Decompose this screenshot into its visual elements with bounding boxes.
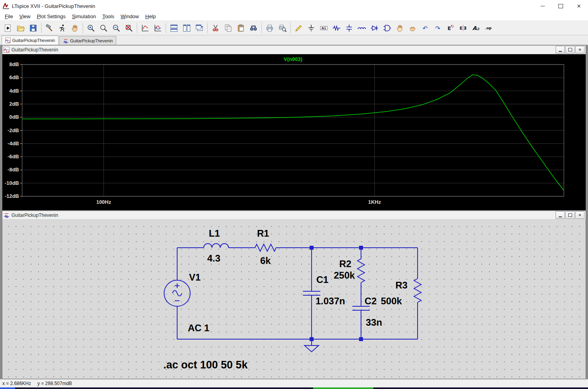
resistor-button[interactable] [330, 22, 343, 34]
node-junction [359, 246, 363, 250]
label-R3-ref[interactable]: R3 [395, 280, 408, 290]
label-R2-value[interactable]: 250k [334, 270, 355, 281]
mirror-button[interactable]: EE [457, 22, 469, 34]
close-button[interactable]: ✕ [570, 0, 588, 12]
label-V1-ref[interactable]: V1 [189, 272, 200, 283]
menu-window[interactable]: Window [117, 13, 142, 20]
tab-schematic[interactable]: GuitarPickupThevenin [59, 36, 116, 45]
label-L1-value[interactable]: 4.3 [207, 253, 220, 264]
tab-plot[interactable]: GuitarPickupThevenin [2, 36, 59, 45]
trace-V(n003)[interactable] [22, 75, 564, 190]
minimize-icon [559, 51, 562, 52]
open-button[interactable] [14, 22, 27, 34]
print-preview-icon [278, 24, 287, 32]
menu-plot-settings[interactable]: Plot Settings [34, 13, 69, 20]
schematic-pane-maximize-button[interactable] [565, 211, 575, 219]
plot-settings-button[interactable] [139, 22, 151, 34]
plot-pane-close-button[interactable]: ✕ [575, 46, 584, 53]
label-C1-value[interactable]: 1.037n [316, 296, 345, 306]
inductor-button[interactable] [355, 22, 368, 34]
label-net-button[interactable]: A1 [318, 22, 330, 34]
svg-text:↶: ↶ [422, 25, 427, 32]
text-button[interactable]: Aa [469, 22, 482, 34]
mirror-icon: EE [459, 24, 467, 32]
cascade-button[interactable] [193, 22, 206, 34]
wire-icon [294, 24, 303, 32]
find-button[interactable] [247, 22, 260, 34]
tile-vertical-button[interactable] [180, 22, 193, 34]
capacitor-C1-symbol[interactable] [303, 248, 320, 339]
ltspice-window: LTspice XVII - GuitarPickupThevenin ✕ Fi… [0, 0, 588, 389]
spice-directive-button[interactable]: .op [482, 22, 495, 34]
label-V1-value[interactable]: AC 1 [188, 323, 210, 333]
zoom-full-extents-button[interactable] [123, 22, 135, 34]
resistor-R2-symbol[interactable] [357, 248, 365, 283]
paste-icon [236, 24, 245, 32]
y-axis-tick-label: 2dB [9, 101, 19, 107]
print-button[interactable] [263, 22, 276, 34]
menu-help[interactable]: Help [142, 13, 159, 20]
resistor-R1-symbol[interactable] [255, 244, 276, 251]
plot-pane-minimize-button[interactable] [556, 46, 565, 53]
label-R1-value[interactable]: 6k [260, 256, 271, 266]
spice-directive-text[interactable]: .ac oct 100 50 5k [163, 359, 248, 371]
toolbar-separator [83, 23, 83, 33]
label-R3-value[interactable]: 500k [381, 296, 402, 306]
trace-label[interactable]: V(n003) [284, 56, 303, 62]
component-button[interactable] [381, 22, 393, 34]
resistor-R3-symbol[interactable] [414, 279, 421, 302]
schematic-pane-controls: ✕ [555, 211, 584, 219]
schematic-pane-minimize-button[interactable] [556, 211, 565, 219]
simulate-button[interactable] [56, 22, 68, 34]
tab-label: GuitarPickupThevenin [12, 38, 55, 43]
control-panel-button[interactable] [43, 22, 56, 34]
halt-button[interactable] [68, 22, 81, 34]
run-button[interactable] [2, 22, 14, 34]
menu-file[interactable]: File [2, 13, 16, 20]
label-L1-ref[interactable]: L1 [209, 228, 220, 239]
maximize-button[interactable] [552, 0, 570, 12]
drag-button[interactable] [406, 22, 419, 34]
label-R1-ref[interactable]: R1 [257, 228, 269, 239]
diode-button[interactable] [368, 22, 381, 34]
plot-area[interactable]: 8dB6dB4dB2dB0dB-2dB-4dB-6dB-8dB-10dB-12d… [2, 54, 586, 210]
print-preview-button[interactable] [276, 22, 289, 34]
plot-pane-controls: ✕ [555, 46, 584, 53]
label-R2-ref[interactable]: R2 [339, 259, 352, 269]
undo-button[interactable]: ↶ [419, 22, 431, 34]
tile-horizontal-button[interactable] [168, 22, 180, 34]
wire-button[interactable] [292, 22, 305, 34]
schematic-pane-titlebar: GuitarPickupThevenin ✕ [2, 211, 586, 220]
schematic-canvas[interactable]: V1 AC 1 L1 4.3 R1 6k C1 1.037n R2 250k C… [2, 220, 586, 379]
zoom-area-button[interactable] [85, 22, 97, 34]
plot-pane-maximize-button[interactable] [565, 46, 575, 53]
inductor-L1-symbol[interactable] [204, 244, 229, 248]
node-junction [359, 337, 363, 341]
cut-button[interactable] [209, 22, 222, 34]
zoom-out-button[interactable] [110, 22, 123, 34]
menu-simulation[interactable]: Simulation [69, 13, 99, 20]
save-icon [29, 24, 38, 32]
label-C2-ref[interactable]: C2 [365, 296, 377, 306]
visible-traces-button[interactable] [151, 22, 164, 34]
paste-button[interactable] [234, 22, 247, 34]
label-C1-ref[interactable]: C1 [316, 275, 329, 285]
ground-button[interactable] [305, 22, 318, 34]
copy-button[interactable] [222, 22, 234, 34]
taskbar-green-segment [313, 387, 373, 389]
save-button[interactable] [27, 22, 40, 34]
menu-view[interactable]: View [16, 13, 34, 20]
schematic-pane-close-button[interactable]: ✕ [575, 211, 584, 219]
redo-button[interactable]: ↷ [431, 22, 444, 34]
move-button[interactable] [393, 22, 406, 34]
bode-plot[interactable]: 8dB6dB4dB2dB0dB-2dB-4dB-6dB-8dB-10dB-12d… [2, 54, 586, 210]
minimize-button[interactable] [533, 0, 552, 12]
label-C2-value[interactable]: 33n [366, 317, 382, 328]
zoom-back-button[interactable] [97, 22, 110, 34]
capacitor-button[interactable] [343, 22, 355, 34]
capacitor-C2-symbol[interactable] [352, 283, 370, 339]
rotate-button[interactable]: E↻ [444, 22, 457, 34]
plot-pane-titlebar: GuitarPickupThevenin ✕ [2, 46, 586, 54]
x-axis-tick-label: 100Hz [96, 199, 111, 205]
menu-tools[interactable]: Tools [99, 13, 117, 20]
